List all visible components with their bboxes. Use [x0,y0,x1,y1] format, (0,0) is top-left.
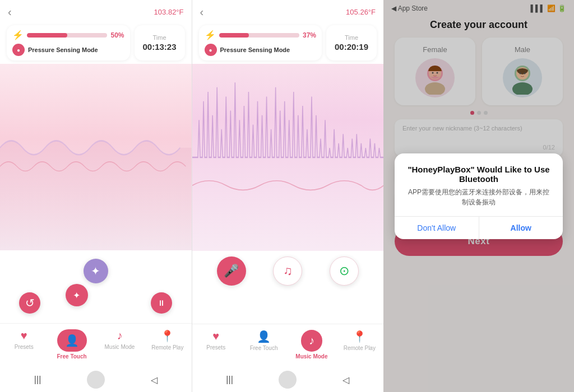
home-circle-2[interactable] [279,371,297,389]
battery-icon-2: ⚡ [205,30,216,40]
battery-percent-1: 50% [110,31,124,39]
nav-musicmode-1[interactable]: ♪ Music Mode [96,327,144,362]
nav-remoteplay-label-2: Remote Play [344,345,376,351]
bluetooth-dialog-overlay: "HoneyPlayBox" Would Like to Use Bluetoo… [383,0,574,392]
remote-icon-2: 📍 [353,330,367,343]
nav-remoteplay-2[interactable]: 📍 Remote Play [336,328,383,362]
battery-icon-1: ⚡ [12,30,24,40]
time-label-2: Time [345,34,358,41]
nav-freetouch-label-1: Free Touch [57,353,86,360]
musical-note-icon: ♫ [283,264,293,278]
nav-remoteplay-1[interactable]: 📍 Remote Play [144,327,191,362]
control-area-1: ✦ ✦ ↺ ⏸ [0,250,192,323]
time-value-1: 00:13:23 [142,42,176,52]
time-value-2: 00:20:19 [335,42,368,52]
temperature-2: 105.26°F [346,8,376,16]
user-icon-2: 👤 [257,330,271,343]
nav-musicmode-2[interactable]: ♪ Music Mode [288,328,335,362]
sparkle-btn-2[interactable]: ✦ [66,284,88,306]
p2-controls: 🎤 ♫ ⊙ [192,256,384,286]
mode-dot-1: ● [12,44,25,56]
mode-label-1: Pressure Sensing Mode [28,46,98,54]
nav-presets-1[interactable]: ♥ Presets [0,327,48,362]
temperature-1: 103.82°F [154,8,184,16]
user-icon-1: 👤 [65,334,79,347]
waveform-area-2 [192,64,384,251]
music-icon-1: ♪ [117,329,122,342]
home-bar-2: ||| ◁ [192,367,384,392]
mode-dot-2: ● [205,44,217,56]
refresh-icon-1: ↺ [25,296,35,310]
battery-bar-fill-2 [219,33,249,38]
back-button-1[interactable]: ‹ [8,6,12,18]
mode-row-1: ● Pressure Sensing Mode [12,44,124,56]
forward-gesture-2[interactable]: ◁ [342,375,349,385]
bottom-nav-2: ♥ Presets 👤 Free Touch ♪ Music Mode 📍 Re… [192,324,384,367]
spotify-btn[interactable]: ⊙ [330,256,359,286]
phone-panel-1: ‹ 103.82°F ⚡ 50% ● Pressure Sensing Mode… [0,0,192,392]
phone-panel-2: ‹ 105.26°F ⚡ 37% ● Pressure Sensing Mode… [192,0,384,392]
nav-presets-2[interactable]: ♥ Presets [192,328,240,362]
microphone-icon: 🎤 [224,264,239,278]
top-bar-1: ‹ 103.82°F [0,0,192,22]
forward-gesture-1[interactable]: ◁ [151,375,158,385]
microphone-btn[interactable]: 🎤 [217,256,246,286]
back-gesture-1[interactable]: ||| [34,375,41,385]
control-area-2: 🎤 ♫ ⊙ [192,251,384,324]
battery-bar-fill-1 [27,33,67,38]
battery-card-1: ⚡ 50% ● Pressure Sensing Mode [7,25,130,60]
battery-bar-bg-1 [27,33,107,38]
bluetooth-dialog-body: APP需要使用您的蓝牙来连接外部设备，用来控制设备振动 [406,187,552,207]
pause-icon-1: ⏸ [158,298,165,307]
note-btn[interactable]: ♫ [273,256,302,286]
home-circle-1[interactable] [87,371,105,389]
back-gesture-2[interactable]: ||| [226,375,233,385]
time-card-1: Time 00:13:23 [135,25,185,60]
bluetooth-dialog: "HoneyPlayBox" Would Like to Use Bluetoo… [395,153,563,239]
nav-freetouch-2[interactable]: 👤 Free Touch [240,328,288,362]
waveform-area-1 [0,64,192,250]
nav-remoteplay-label-1: Remote Play [151,344,183,351]
battery-card-2: ⚡ 37% ● Pressure Sensing Mode [199,25,322,60]
stats-row-2: ⚡ 37% ● Pressure Sensing Mode Time 00:20… [192,22,384,64]
home-bar-1: ||| ◁ [0,367,192,392]
bluetooth-dialog-title: "HoneyPlayBox" Would Like to Use Bluetoo… [406,165,552,184]
battery-percent-2: 37% [303,31,316,39]
nav-presets-label-1: Presets [15,344,34,350]
stats-row-1: ⚡ 50% ● Pressure Sensing Mode Time 00:13… [0,22,192,64]
heart-icon-2: ♥ [212,330,219,343]
bottom-nav-1: ♥ Presets 👤 Free Touch ♪ Music Mode 📍 Re… [0,323,192,367]
mode-label-2: Pressure Sensing Mode [220,46,290,54]
sparkle-icon-2: ✦ [73,290,80,301]
time-label-1: Time [152,34,166,41]
sparkle-btn-1[interactable]: ✦ [84,259,108,283]
nav-musicmode-label-1: Music Mode [104,344,135,350]
nav-freetouch-label-2: Free Touch [250,345,278,351]
nav-freetouch-1[interactable]: 👤 Free Touch [48,327,95,362]
refresh-btn-1[interactable]: ↺ [19,292,40,314]
account-panel: ◀ App Store ▌▌▌ 📶 🔋 Create your account … [383,0,574,392]
spotify-icon: ⊙ [339,264,349,278]
remote-icon-1: 📍 [160,329,174,343]
sparkle-icon-1: ✦ [91,264,100,278]
nav-presets-label-2: Presets [206,344,225,351]
pause-btn-1[interactable]: ⏸ [151,292,172,314]
bluetooth-allow-button[interactable]: Allow [479,217,563,239]
back-button-2[interactable]: ‹ [200,6,204,18]
top-bar-2: ‹ 105.26°F [192,0,384,22]
bluetooth-deny-button[interactable]: Don't Allow [395,217,479,239]
bluetooth-dialog-buttons: Don't Allow Allow [395,216,563,239]
battery-bar-bg-2 [219,33,299,38]
heart-icon-1: ♥ [21,329,27,342]
music-icon-2: ♪ [309,334,314,347]
nav-musicmode-label-2: Music Mode [295,353,327,360]
time-card-2: Time 00:20:19 [326,25,377,60]
mode-row-2: ● Pressure Sensing Mode [205,44,317,56]
